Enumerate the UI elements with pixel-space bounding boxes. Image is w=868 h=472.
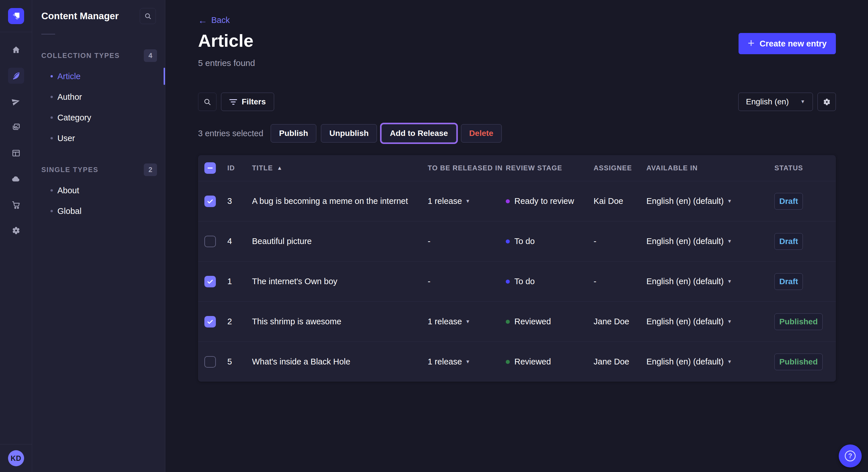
cell-title: What's inside a Black Hole (252, 357, 428, 367)
bullet-icon (51, 210, 53, 212)
back-link[interactable]: ← Back (198, 15, 229, 25)
cell-id: 1 (227, 277, 252, 286)
cell-id: 5 (227, 357, 252, 367)
bullet-icon (51, 96, 53, 98)
row-checkbox[interactable] (205, 356, 216, 368)
cell-release[interactable]: 1 release▼ (428, 317, 506, 326)
table-row[interactable]: 2This shrimp is awesome1 release▼Reviewe… (198, 301, 836, 341)
row-checkbox[interactable] (205, 196, 216, 207)
column-header-available-in[interactable]: AVAILABLE IN (646, 164, 774, 172)
table-row[interactable]: 4Beautiful picture-To do-English (en) (d… (198, 221, 836, 261)
column-header-title[interactable]: TITLE▲ (252, 164, 428, 172)
question-circle-icon: ? (845, 450, 856, 461)
column-header-status[interactable]: STATUS (774, 164, 829, 172)
cell-release: - (428, 277, 506, 286)
media-library-icon[interactable] (8, 119, 24, 135)
sidebar-item-article[interactable]: Article (32, 66, 165, 87)
cell-locale[interactable]: English (en) (default)▼ (646, 357, 774, 367)
cell-locale[interactable]: English (en) (default)▼ (646, 277, 774, 286)
cell-status: Draft (774, 233, 829, 250)
cell-locale[interactable]: English (en) (default)▼ (646, 317, 774, 326)
content-type-builder-icon[interactable] (8, 145, 24, 161)
column-header-to-be-released-in[interactable]: TO BE RELEASED IN (428, 164, 506, 172)
strapi-logo-icon (10, 10, 22, 22)
sidebar-item-label: Global (57, 206, 82, 216)
home-icon[interactable] (8, 42, 24, 58)
sidebar-item-label: Category (57, 113, 91, 123)
cell-review-stage: To do (506, 237, 594, 246)
check-icon (206, 198, 214, 205)
sidebar-item-author[interactable]: Author (32, 87, 165, 107)
locale-select-value: English (en) (746, 97, 789, 106)
row-checkbox[interactable] (205, 276, 216, 287)
locale-select[interactable]: English (en) ▼ (738, 93, 813, 111)
locale-value: English (en) (default) (646, 277, 724, 286)
chevron-down-icon: ▼ (727, 239, 732, 244)
cell-review-stage: Reviewed (506, 317, 594, 326)
column-header-review-stage[interactable]: REVIEW STAGE (506, 164, 594, 172)
status-badge: Draft (774, 233, 803, 250)
column-header-id[interactable]: ID (227, 164, 252, 172)
sidebar-item-global[interactable]: Global (32, 201, 165, 222)
row-checkbox-cell (205, 276, 227, 287)
cell-id: 3 (227, 196, 252, 206)
stage-label: Reviewed (515, 357, 551, 367)
deploy-cloud-icon[interactable] (8, 171, 24, 187)
status-badge: Published (774, 353, 823, 370)
bullet-icon (51, 116, 53, 119)
gear-icon (823, 98, 831, 106)
delete-button[interactable]: Delete (461, 124, 502, 142)
user-avatar[interactable]: KD (8, 450, 24, 466)
marketplace-cart-icon[interactable] (8, 197, 24, 213)
strapi-logo[interactable] (8, 8, 24, 24)
chevron-down-icon: ▼ (465, 359, 470, 365)
cell-status: Draft (774, 193, 829, 210)
cell-locale[interactable]: English (en) (default)▼ (646, 237, 774, 246)
column-header-assignee[interactable]: ASSIGNEE (594, 164, 646, 172)
filters-button[interactable]: Filters (221, 93, 274, 111)
unpublish-button[interactable]: Unpublish (321, 124, 377, 142)
content-manager-feather-icon[interactable] (8, 68, 24, 84)
cell-review-stage: Ready to review (506, 196, 594, 206)
section-label: SINGLE TYPES (41, 166, 98, 174)
publish-button[interactable]: Publish (271, 124, 316, 142)
search-button[interactable] (198, 93, 216, 111)
sidebar-item-user[interactable]: User (32, 128, 165, 148)
cell-release[interactable]: 1 release▼ (428, 196, 506, 206)
help-button[interactable]: ? (839, 444, 862, 467)
back-label: Back (211, 15, 229, 25)
panel-title: Content Manager (41, 11, 119, 22)
cell-locale[interactable]: English (en) (default)▼ (646, 196, 774, 206)
table-row[interactable]: 3A bug is becoming a meme on the interne… (198, 181, 836, 221)
page-title: Article (198, 31, 253, 50)
row-checkbox[interactable] (205, 316, 216, 328)
row-checkbox-cell (205, 236, 227, 247)
logo-area (0, 0, 32, 32)
create-button-label: Create new entry (760, 39, 827, 48)
releases-plane-icon[interactable] (8, 94, 24, 109)
cell-status: Published (774, 353, 829, 370)
selection-buttons: PublishUnpublishAdd to ReleaseDelete (271, 124, 501, 142)
view-settings-button[interactable] (817, 93, 836, 111)
add-to-release-button[interactable]: Add to Release (381, 124, 456, 142)
cell-status: Published (774, 313, 829, 330)
cell-release[interactable]: 1 release▼ (428, 357, 506, 367)
sidebar-item-about[interactable]: About (32, 180, 165, 201)
settings-gear-icon[interactable] (8, 223, 24, 239)
locale-value: English (en) (default) (646, 357, 724, 367)
toolbar-right: English (en) ▼ (738, 93, 836, 111)
stage-label: To do (515, 277, 535, 286)
create-new-entry-button[interactable]: + Create new entry (739, 33, 836, 54)
row-checkbox[interactable] (205, 236, 216, 247)
select-all-checkbox[interactable] (205, 162, 216, 174)
table-row[interactable]: 5What's inside a Black Hole1 release▼Rev… (198, 341, 836, 382)
section-count-badge: 2 (144, 164, 157, 176)
table-row[interactable]: 1The internet's Own boy-To do-English (e… (198, 261, 836, 301)
panel-search-button[interactable] (140, 8, 156, 24)
table-header-row: IDTITLE▲TO BE RELEASED INREVIEW STAGEASS… (198, 155, 836, 181)
panel-item-list: ArticleAuthorCategoryUser (32, 66, 165, 148)
status-badge: Published (774, 313, 823, 330)
sidebar-item-category[interactable]: Category (32, 107, 165, 128)
cell-title: This shrimp is awesome (252, 317, 428, 326)
active-indicator (164, 68, 165, 85)
